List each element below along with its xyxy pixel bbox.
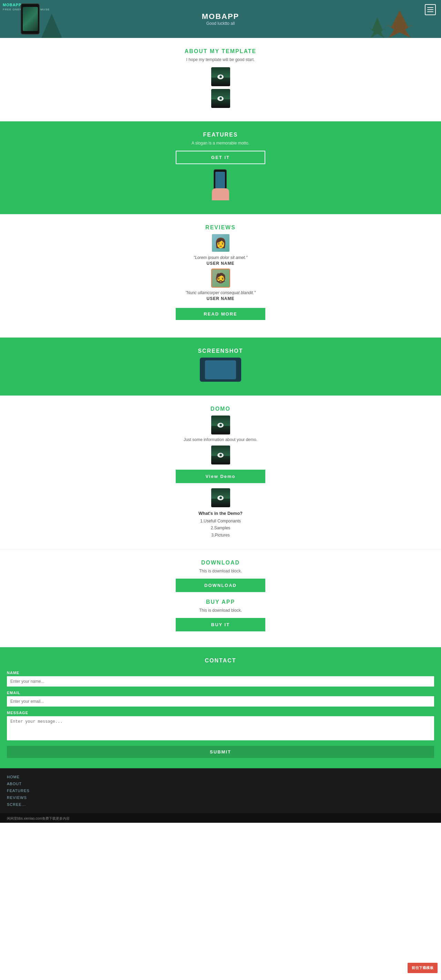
buy-description: This is download block. (7, 608, 434, 613)
avatar-male-image: 🧔 (212, 269, 230, 287)
screenshot-image (200, 358, 241, 382)
menu-line-2 (427, 9, 433, 10)
demo-list: 1.Usefull Componants 2.Samples 3.Picture… (7, 518, 434, 539)
download-title: DOWNLOAD (7, 560, 434, 566)
buy-app-title: BUY APP (7, 599, 434, 605)
app-tagline: Good lucktto all (7, 21, 434, 26)
demo-list-item-3: 3.Pictures (7, 532, 434, 539)
about-title: ABOUT MY TEMPLATE (7, 48, 434, 54)
footer-link-screenshot[interactable]: SCREE... (7, 801, 434, 808)
demo-list-item-2: 2.Samples (7, 525, 434, 531)
domo-section: DOMO Just some information about your de… (0, 396, 441, 549)
eye-icon-domo-2 (217, 453, 224, 458)
download-section: DOWNLOAD This is download block. DOWNLOA… (0, 549, 441, 647)
eye-icon-2 (217, 96, 224, 101)
domo-thumb-2 (211, 445, 230, 465)
submit-button[interactable]: SUBMIT (7, 746, 434, 758)
email-input[interactable] (7, 696, 434, 706)
get-it-button[interactable]: GET IT (176, 151, 265, 164)
name-label: NAME (7, 671, 434, 675)
domo-title: DOMO (7, 406, 434, 412)
message-field-group: MESSAGE (7, 711, 434, 742)
email-field-group: EMAIL (7, 691, 434, 706)
finger-4 (225, 193, 228, 200)
name-field-group: NAME (7, 671, 434, 687)
view-demo-button[interactable]: View Demo (176, 470, 265, 483)
review-name-1: USER NAME (7, 261, 434, 266)
features-title: FEATURES (7, 132, 434, 138)
about-subtitle: I hope my template will be good start. (7, 57, 434, 62)
menu-line-1 (427, 7, 433, 8)
about-thumb-1 (211, 67, 230, 86)
whats-in-demo-title: What's in the Demo? (7, 511, 434, 516)
eye-icon-1 (217, 75, 224, 79)
review-quote-2: "Nunc ullamcorper consequat blandit." (7, 290, 434, 295)
menu-line-3 (427, 11, 433, 12)
illustration-hand (212, 188, 229, 200)
reviews-title: REVIEWS (7, 224, 434, 231)
phone-screen (23, 7, 38, 31)
contact-section: CONTACT NAME EMAIL MESSAGE SUBMIT (0, 647, 441, 768)
download-description: This is download block. (7, 569, 434, 573)
finger-1 (214, 193, 216, 200)
review-quote-1: "Lorem ipsum dolor sit amet." (7, 255, 434, 260)
contact-title: CONTACT (7, 658, 434, 664)
features-subtitle: A slogan is a memorable motto. (7, 141, 434, 146)
reviews-section: REVIEWS 👩 "Lorem ipsum dolor sit amet." … (0, 214, 441, 337)
header-brand-text: MOBAPP Good lucktto all (7, 12, 434, 26)
illustration-screen (215, 172, 225, 188)
about-section: ABOUT MY TEMPLATE I hope my template wil… (0, 38, 441, 121)
watermark-text: 闲闲里bbs.xieniao.com免费下载更多内容 (7, 816, 70, 820)
domo-thumb-3 (211, 488, 230, 507)
about-thumb-2 (211, 89, 230, 108)
watermark-bar: 闲闲里bbs.xieniao.com免费下载更多内容 (0, 813, 441, 823)
demo-list-item-1: 1.Usefull Componants (7, 518, 434, 525)
footer-link-home[interactable]: HOME (7, 773, 434, 780)
email-label: EMAIL (7, 691, 434, 695)
finger-3 (221, 193, 224, 200)
header: MOBAPP FREE ONEPAGE SITE / MUSE MOBAPP G… (0, 0, 441, 38)
download-button[interactable]: DOWNLOAD (176, 579, 265, 592)
footer-link-about[interactable]: ABOUT (7, 780, 434, 787)
domo-description: Just some information about your demo. (7, 437, 434, 442)
finger-2 (217, 193, 220, 200)
menu-button[interactable] (425, 4, 436, 15)
eye-icon-domo-3 (217, 496, 224, 500)
message-label: MESSAGE (7, 711, 434, 715)
header-phone-mockup (21, 3, 40, 35)
domo-thumb-1 (211, 415, 230, 434)
eye-icon-domo-1 (217, 423, 224, 428)
read-more-button[interactable]: READ MORE (176, 308, 265, 320)
review-avatar-2: 🧔 (211, 269, 230, 288)
features-section: FEATURES A slogan is a memorable motto. … (0, 121, 441, 214)
avatar-female-image: 👩 (212, 234, 230, 252)
phone-hand-illustration (207, 169, 234, 200)
name-input[interactable] (7, 676, 434, 687)
footer-nav: HOME ABOUT FEATURES REVIEWS SCREE... (0, 768, 441, 813)
screenshot-section: SCREENSHOT (0, 337, 441, 396)
buy-it-button[interactable]: BUY IT (176, 618, 265, 632)
message-textarea[interactable] (7, 716, 434, 740)
footer-link-reviews[interactable]: REVIEWS (7, 794, 434, 801)
screenshot-title: SCREENSHOT (7, 348, 434, 354)
review-name-2: USER NAME (7, 296, 434, 301)
app-name: MOBAPP (7, 12, 434, 21)
footer-link-features[interactable]: FEATURES (7, 787, 434, 794)
review-avatar-1: 👩 (211, 234, 230, 252)
